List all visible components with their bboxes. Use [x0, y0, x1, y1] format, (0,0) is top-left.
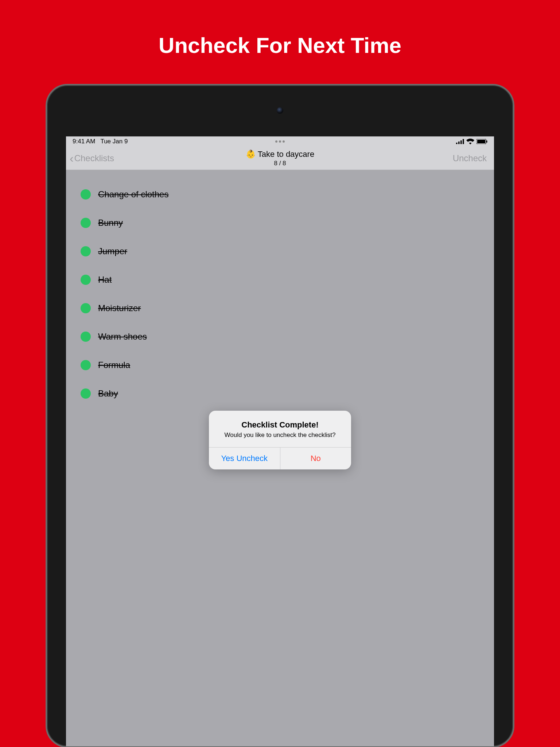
- checked-dot-icon: [81, 275, 91, 285]
- item-label: Hat: [98, 275, 112, 285]
- list-item[interactable]: Formula: [81, 351, 479, 379]
- item-label: Change of clothes: [98, 189, 168, 200]
- status-date: Tue Jan 9: [100, 138, 128, 145]
- nav-title: 👶 Take to daycare: [246, 150, 314, 159]
- list-item[interactable]: Hat: [81, 266, 479, 294]
- baby-emoji-icon: 👶: [246, 150, 256, 159]
- item-label: Baby: [98, 388, 118, 399]
- checked-dot-icon: [81, 218, 91, 228]
- no-button[interactable]: No: [280, 448, 351, 469]
- item-label: Jumper: [98, 246, 127, 256]
- dialog-message: Would you like to uncheck the checklist?: [216, 431, 344, 439]
- nav-subtitle: 8 / 8: [246, 160, 314, 167]
- list-item[interactable]: Change of clothes: [81, 180, 479, 209]
- item-label: Warm shoes: [98, 332, 147, 342]
- checked-dot-icon: [81, 332, 91, 342]
- cellular-signal-icon: [456, 139, 464, 144]
- camera-icon: [277, 107, 283, 114]
- back-label: Checklists: [74, 153, 114, 163]
- item-label: Bunny: [98, 218, 123, 228]
- svg-rect-1: [458, 142, 460, 144]
- svg-rect-6: [486, 140, 487, 143]
- uncheck-button[interactable]: Uncheck: [453, 153, 487, 163]
- checked-dot-icon: [81, 246, 91, 256]
- wifi-icon: [466, 139, 474, 144]
- multitask-dots-icon: [275, 140, 285, 143]
- svg-rect-2: [460, 140, 462, 144]
- dialog-title: Checklist Complete!: [216, 420, 344, 430]
- navigation-bar: ‹ Checklists 👶 Take to daycare 8 / 8 Unc…: [66, 147, 494, 170]
- item-label: Moisturizer: [98, 303, 141, 313]
- list-item[interactable]: Baby: [81, 379, 479, 408]
- list-item[interactable]: Moisturizer: [81, 294, 479, 322]
- yes-uncheck-button[interactable]: Yes Uncheck: [209, 448, 280, 469]
- status-time: 9:41 AM: [73, 138, 95, 145]
- marketing-headline: Uncheck For Next Time: [0, 0, 560, 58]
- checked-dot-icon: [81, 388, 91, 399]
- battery-icon: [477, 139, 487, 144]
- item-label: Formula: [98, 360, 130, 370]
- svg-rect-0: [456, 143, 458, 144]
- list-item[interactable]: Jumper: [81, 237, 479, 266]
- device-frame: 9:41 AM Tue Jan 9 ‹ Checkli: [46, 84, 514, 747]
- checklist: Change of clothes Bunny Jumper Hat Moist…: [66, 170, 494, 418]
- checked-dot-icon: [81, 303, 91, 313]
- screen: 9:41 AM Tue Jan 9 ‹ Checkli: [66, 136, 494, 746]
- svg-rect-3: [463, 139, 464, 144]
- svg-rect-5: [477, 140, 485, 143]
- list-item[interactable]: Warm shoes: [81, 322, 479, 351]
- list-item[interactable]: Bunny: [81, 209, 479, 237]
- back-button[interactable]: ‹ Checklists: [66, 152, 114, 164]
- checked-dot-icon: [81, 360, 91, 370]
- checked-dot-icon: [81, 189, 91, 200]
- alert-dialog: Checklist Complete! Would you like to un…: [209, 411, 351, 469]
- status-bar: 9:41 AM Tue Jan 9: [66, 136, 494, 147]
- chevron-left-icon: ‹: [70, 152, 74, 164]
